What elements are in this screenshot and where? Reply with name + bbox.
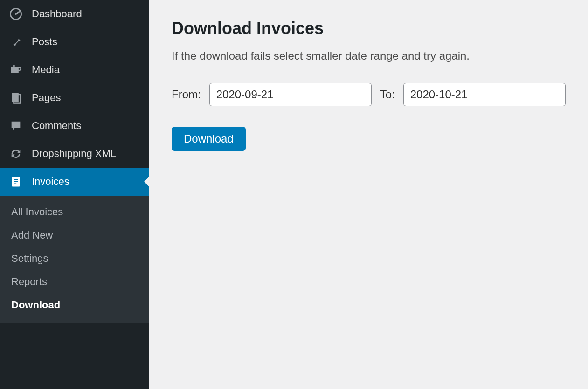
sidebar-item-media[interactable]: Media [0, 56, 149, 84]
sidebar-item-dashboard[interactable]: Dashboard [0, 0, 149, 28]
invoice-icon [9, 175, 26, 188]
sidebar-item-dropshipping-xml[interactable]: Dropshipping XML [0, 140, 149, 168]
sidebar-item-pages[interactable]: Pages [0, 84, 149, 112]
page-title: Download Invoices [172, 19, 566, 38]
download-button[interactable]: Download [172, 127, 246, 151]
from-date-input[interactable] [209, 83, 372, 106]
svg-rect-10 [14, 184, 16, 184]
svg-rect-9 [14, 181, 18, 182]
sidebar-item-invoices[interactable]: Invoices [0, 168, 149, 196]
sidebar-submenu: All Invoices Add New Settings Reports Do… [0, 196, 149, 323]
date-range-row: From: To: [172, 83, 566, 106]
sidebar-label: Dashboard [32, 8, 82, 20]
sidebar-item-comments[interactable]: Comments [0, 112, 149, 140]
submenu-item-reports[interactable]: Reports [0, 270, 149, 293]
sidebar-item-posts[interactable]: Posts [0, 28, 149, 56]
pin-icon [9, 35, 26, 48]
svg-rect-4 [13, 65, 15, 68]
svg-rect-8 [14, 179, 18, 180]
sidebar-label: Posts [32, 36, 57, 48]
pages-icon [9, 91, 26, 104]
sidebar-label: Pages [32, 92, 61, 104]
svg-point-3 [18, 67, 21, 70]
submenu-item-add-new[interactable]: Add New [0, 224, 149, 247]
svg-point-1 [15, 13, 17, 15]
sidebar-label: Media [32, 64, 60, 76]
from-label: From: [172, 88, 201, 101]
media-icon [9, 63, 26, 76]
to-label: To: [380, 88, 395, 101]
submenu-item-settings[interactable]: Settings [0, 247, 149, 270]
sync-icon [9, 147, 26, 160]
submenu-item-download[interactable]: Download [0, 293, 149, 317]
admin-sidebar: Dashboard Posts Media Pages Comments Dro… [0, 0, 149, 389]
dashboard-icon [9, 7, 26, 20]
main-content: Download Invoices If the download fails … [149, 0, 588, 389]
to-date-input[interactable] [403, 83, 566, 106]
sidebar-label: Invoices [32, 176, 69, 188]
comment-icon [9, 119, 26, 132]
sidebar-label: Dropshipping XML [32, 148, 116, 160]
submenu-item-all-invoices[interactable]: All Invoices [0, 200, 149, 224]
sidebar-label: Comments [32, 120, 81, 132]
page-description: If the download fails select smaller dat… [172, 49, 566, 62]
